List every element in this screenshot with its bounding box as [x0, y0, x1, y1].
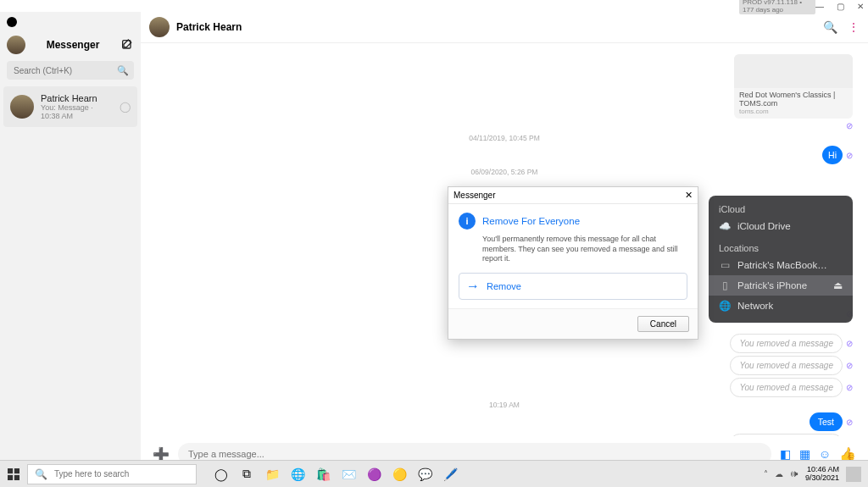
- delivery-icon: ⊘: [846, 339, 853, 348]
- link-preview-domain: toms.com: [734, 108, 853, 115]
- dialog-body-text: You'll permanently remove this message f…: [482, 235, 687, 264]
- conversation-subtitle: You: Message · 10:38 AM: [41, 103, 113, 120]
- cancel-button[interactable]: Cancel: [637, 316, 689, 332]
- chat-header: Patrick Hearn 🔍 ⋮: [141, 12, 868, 43]
- chat-contact-avatar[interactable]: [149, 17, 170, 37]
- taskbar-search[interactable]: 🔍: [27, 464, 197, 484]
- emoji-icon[interactable]: ☺: [819, 447, 831, 461]
- finder-item-iphone[interactable]: ▯ Patrick's iPhone ⏏: [709, 275, 853, 296]
- onedrive-icon[interactable]: ☁: [775, 469, 783, 479]
- cloud-icon: ☁️: [719, 220, 731, 232]
- chat-panel: Patrick Hearn 🔍 ⋮ Red Dot Women's Classi…: [141, 12, 868, 472]
- remove-option[interactable]: → Remove: [459, 273, 687, 300]
- conversation-item[interactable]: Patrick Hearn You: Message · 10:38 AM ◯: [3, 86, 137, 127]
- delivery-icon: ⊘: [846, 151, 853, 160]
- conversation-name: Patrick Hearn: [41, 93, 113, 103]
- arrow-right-icon: →: [466, 279, 480, 294]
- laptop-icon: ▭: [719, 259, 731, 271]
- window-close[interactable]: ✕: [856, 2, 865, 11]
- timestamp-separator: 06/09/2020, 5:26 PM: [156, 168, 853, 176]
- removed-message[interactable]: You removed a message: [730, 378, 843, 397]
- dialog-heading: Remove For Everyone: [482, 216, 580, 226]
- messenger-logo-icon: [7, 17, 17, 27]
- delivery-icon: ⊘: [846, 383, 853, 392]
- dialog-titlebar-text: Messenger: [453, 191, 495, 200]
- task-view-icon[interactable]: ◯: [214, 467, 229, 482]
- removed-message[interactable]: You removed a message: [730, 434, 843, 436]
- link-preview-card[interactable]: Red Dot Women's Classics | TOMS.com toms…: [734, 54, 853, 119]
- delivery-icon: ⊘: [846, 418, 853, 427]
- finder-section-locations: Locations: [709, 241, 853, 255]
- window-minimize[interactable]: —: [815, 2, 824, 11]
- explorer-icon[interactable]: 📁: [264, 467, 280, 482]
- delivery-icon: ⊘: [846, 361, 853, 370]
- user-avatar[interactable]: [7, 36, 25, 54]
- remove-dialog: Messenger ✕ i Remove For Everyone You'll…: [448, 186, 698, 340]
- network-tray-icon[interactable]: 🕪: [790, 469, 798, 479]
- tray-overflow-icon[interactable]: ˄: [764, 469, 768, 479]
- contact-avatar: [10, 95, 34, 119]
- compose-button[interactable]: [120, 38, 134, 52]
- timestamp-separator: 04/11/2019, 10:45 PM: [156, 134, 853, 142]
- dialog-close-button[interactable]: ✕: [685, 190, 693, 201]
- phone-icon: ▯: [719, 279, 731, 291]
- search-icon: 🔍: [28, 468, 54, 480]
- svg-rect-2: [14, 468, 19, 473]
- removed-message[interactable]: You removed a message: [730, 356, 843, 375]
- svg-rect-3: [8, 474, 13, 479]
- sidebar-search-input[interactable]: [7, 61, 134, 80]
- windows-taskbar: 🔍 ◯ ⧉ 📁 🌐 🛍️ ✉️ 🟣 🟡 💬 🖊️ ˄ ☁ 🕪 10:46 AM …: [0, 460, 868, 487]
- delivery-icon: ⊘: [846, 121, 853, 130]
- window-maximize[interactable]: ▢: [836, 2, 844, 11]
- mail-icon[interactable]: ✉️: [341, 467, 356, 482]
- chrome-icon[interactable]: 🟡: [392, 467, 407, 482]
- start-button[interactable]: [0, 468, 27, 480]
- outgoing-message[interactable]: Test: [810, 412, 843, 431]
- edge-icon[interactable]: 🌐: [290, 467, 305, 482]
- chat-more-icon[interactable]: ⋮: [848, 20, 860, 34]
- remove-option-label: Remove: [487, 281, 521, 291]
- eject-icon[interactable]: ⏏: [833, 279, 843, 291]
- search-icon[interactable]: 🔍: [117, 65, 129, 76]
- store-icon[interactable]: 🛍️: [315, 467, 331, 482]
- gif-icon[interactable]: ▦: [799, 447, 810, 461]
- svg-rect-4: [14, 474, 19, 479]
- sidebar: Messenger 🔍 Patrick Hearn You: Message ·…: [0, 12, 141, 472]
- link-preview-image: [734, 54, 853, 88]
- timeline-icon[interactable]: ⧉: [239, 467, 254, 482]
- globe-icon: 🌐: [719, 300, 731, 312]
- timestamp-separator: 10:19 AM: [156, 401, 853, 409]
- finder-item-macbook[interactable]: ▭ Patrick's MacBook…: [709, 255, 853, 275]
- removed-message[interactable]: You removed a message: [730, 334, 843, 353]
- outgoing-message[interactable]: Hi: [822, 146, 843, 164]
- finder-item-network[interactable]: 🌐 Network: [709, 296, 853, 316]
- finder-section-icloud: iCloud: [709, 202, 853, 216]
- svg-rect-1: [8, 468, 13, 473]
- app-icon[interactable]: 🟣: [366, 467, 381, 482]
- finder-item-icloud-drive[interactable]: ☁️ iCloud Drive: [709, 216, 853, 236]
- taskbar-clock[interactable]: 10:46 AM 9/30/2021: [805, 466, 839, 483]
- chat-search-icon[interactable]: 🔍: [823, 20, 837, 34]
- app-title: Messenger: [25, 39, 120, 51]
- notifications-icon[interactable]: [846, 467, 861, 482]
- finder-sidebar-popup: iCloud ☁️ iCloud Drive Locations ▭ Patri…: [709, 196, 853, 323]
- link-preview-title: Red Dot Women's Classics | TOMS.com: [734, 88, 853, 108]
- info-icon: i: [459, 213, 476, 230]
- app-icon-2[interactable]: 🖊️: [442, 467, 458, 482]
- window-titlebar: PROD v97.11.118 • 177 days ago — ▢ ✕: [0, 0, 868, 12]
- chat-contact-name: Patrick Hearn: [176, 21, 242, 33]
- conversation-status-icon: ◯: [120, 101, 131, 113]
- sticker-icon[interactable]: ◧: [780, 447, 791, 461]
- messenger-taskbar-icon[interactable]: 💬: [417, 467, 432, 482]
- taskbar-search-input[interactable]: [54, 469, 196, 479]
